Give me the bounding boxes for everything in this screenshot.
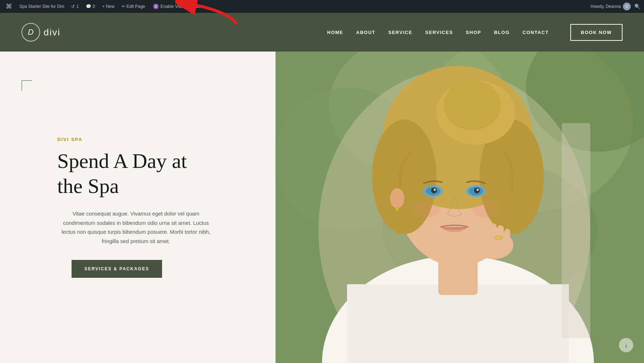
edit-page-label: ✏ Edit Page <box>122 4 145 9</box>
svg-rect-29 <box>483 227 489 248</box>
edit-page-item[interactable]: ✏ Edit Page <box>119 0 147 13</box>
divi-icon: D <box>153 4 159 9</box>
svg-point-34 <box>390 188 404 208</box>
nav-link-shop[interactable]: SHOP <box>466 30 481 35</box>
svg-point-25 <box>477 189 479 191</box>
search-icon[interactable]: 🔍 <box>634 4 640 9</box>
site-name-label: Spa Starter Site for Divi <box>19 4 64 9</box>
new-item[interactable]: + New <box>100 0 117 13</box>
greeting-text: Howdy, Deanna <box>591 4 621 9</box>
revision-icon: ↺ <box>71 4 75 9</box>
nav-link-home[interactable]: HOME <box>327 30 343 35</box>
portrait-image <box>275 52 644 363</box>
svg-rect-36 <box>562 123 590 338</box>
enable-visual-builder-button[interactable]: D Enable Visual Builder <box>150 0 204 13</box>
nav-item-contact[interactable]: CONTACT <box>523 29 549 35</box>
nav-link-contact[interactable]: CONTACT <box>523 30 549 35</box>
svg-rect-9 <box>347 284 569 363</box>
nav-links: HOME ABOUT SERVICE SERVICES SHOP BLOG CO… <box>327 29 549 35</box>
svg-point-35 <box>395 207 399 211</box>
wp-logo-icon[interactable]: ⌘ <box>4 0 14 13</box>
comments-item[interactable]: 💬 0 <box>84 0 97 13</box>
enable-visual-label: Enable Visual Builder <box>161 4 201 9</box>
nav-link-blog[interactable]: BLOG <box>494 30 510 35</box>
hero-description: Vitae consequat augue. Vivamus eget dolo… <box>57 209 215 246</box>
site-nav: D divi HOME ABOUT SERVICE SERVICES SHOP … <box>0 13 644 52</box>
nav-item-services[interactable]: SERVICES <box>425 29 453 35</box>
hero-cta-button[interactable]: SERVICES & PACKAGES <box>72 260 162 278</box>
new-label: + New <box>102 4 114 9</box>
scroll-down-icon: ↓ <box>625 342 628 349</box>
nav-item-shop[interactable]: SHOP <box>466 29 481 35</box>
svg-rect-32 <box>504 229 510 248</box>
svg-point-27 <box>472 200 501 218</box>
nav-item-service[interactable]: SERVICE <box>388 29 412 35</box>
comments-count: 0 <box>93 4 95 9</box>
admin-bar-right: Howdy, Deanna D 🔍 <box>591 3 641 10</box>
nav-item-about[interactable]: ABOUT <box>356 29 376 35</box>
hero-section: DIVI SPA Spend A Day at the Spa Vitae co… <box>0 52 644 363</box>
site-name-item[interactable]: Spa Starter Site for Divi <box>17 0 66 13</box>
scroll-indicator-button[interactable]: ↓ <box>619 338 633 352</box>
nav-item-home[interactable]: HOME <box>327 29 343 35</box>
nav-link-services[interactable]: SERVICES <box>425 30 453 35</box>
hero-right-image: ↓ <box>275 52 644 363</box>
logo-text: divi <box>44 27 60 38</box>
hero-title: Spend A Day at the Spa <box>57 149 208 198</box>
revision-count: 1 <box>76 4 79 9</box>
nav-link-about[interactable]: ABOUT <box>356 30 376 35</box>
svg-rect-30 <box>490 223 497 247</box>
logo[interactable]: D divi <box>21 23 60 42</box>
svg-point-26 <box>411 200 440 218</box>
svg-point-17 <box>444 80 501 130</box>
nav-link-service[interactable]: SERVICE <box>388 30 412 35</box>
user-avatar[interactable]: D <box>623 3 631 10</box>
logo-circle-icon: D <box>21 23 40 42</box>
svg-point-21 <box>434 189 436 191</box>
hero-left-panel: DIVI SPA Spend A Day at the Spa Vitae co… <box>0 52 275 363</box>
hero-eyebrow: DIVI SPA <box>57 137 247 142</box>
comments-icon: 💬 <box>86 4 91 9</box>
corner-bracket-decoration <box>21 80 32 91</box>
book-now-button[interactable]: BOOK NOW <box>570 24 623 41</box>
revisions-item[interactable]: ↺ 1 <box>69 0 81 13</box>
admin-bar: ⌘ Spa Starter Site for Divi ↺ 1 💬 0 + Ne… <box>0 0 644 13</box>
nav-item-blog[interactable]: BLOG <box>494 29 510 35</box>
